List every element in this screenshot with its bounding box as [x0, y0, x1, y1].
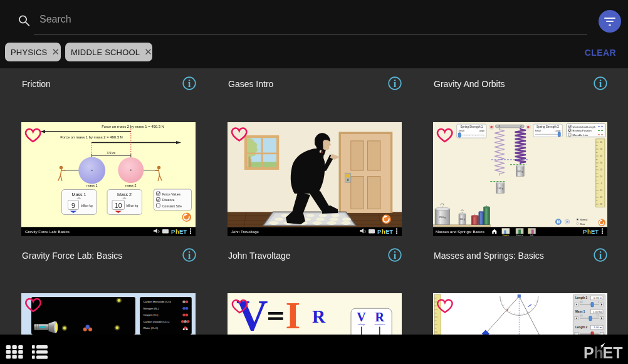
svg-text:voltage: voltage	[358, 323, 365, 325]
svg-text:100 g: 100 g	[459, 218, 465, 221]
svg-text:billion kg: billion kg	[81, 204, 93, 207]
svg-text:i: i	[188, 78, 191, 90]
svg-text:R: R	[312, 306, 326, 326]
svg-text:1.5: 1.5	[596, 314, 599, 316]
svg-text:Slow: Slow	[580, 222, 585, 225]
svg-text:Large: Large	[555, 129, 560, 132]
svg-text:1.00 m: 1.00 m	[594, 326, 602, 329]
svg-text:Normal: Normal	[580, 219, 587, 221]
svg-text:10: 10	[600, 189, 603, 192]
svg-text:billion kg: billion kg	[127, 204, 139, 207]
svg-text:Gravity Force Lab: Basics: Gravity Force Lab: Basics	[25, 229, 70, 234]
svg-text:R: R	[375, 310, 385, 324]
svg-text:Mass 1: Mass 1	[71, 192, 86, 197]
svg-text:30: 30	[600, 162, 603, 164]
svg-text:V: V	[357, 310, 366, 324]
svg-text:Small: Small	[535, 129, 541, 132]
svg-text:Mass 2: Mass 2	[117, 192, 132, 197]
svg-text:Nitrogen (N₂): Nitrogen (N₂)	[144, 306, 160, 309]
svg-text:Unstretched Length: Unstretched Length	[573, 125, 596, 128]
svg-text:Spring Strength 2: Spring Strength 2	[536, 125, 559, 128]
svg-text:100 g: 100 g	[498, 187, 504, 189]
svg-text:P: P	[377, 228, 382, 235]
svg-text:Bounce: Bounce	[516, 234, 523, 236]
svg-text:20: 20	[600, 196, 603, 199]
svg-text:i: i	[394, 78, 397, 90]
svg-text:Water (H₂O): Water (H₂O)	[144, 326, 159, 330]
svg-text:V: V	[236, 293, 268, 335]
svg-text:Resting Position: Resting Position	[573, 129, 592, 132]
svg-text:Mass 1: Mass 1	[575, 310, 585, 313]
svg-text:John Travoltage: John Travoltage	[231, 229, 259, 234]
svg-text:3.5 km: 3.5 km	[107, 151, 116, 154]
svg-text:Force Values: Force Values	[162, 192, 181, 195]
svg-text:P: P	[584, 344, 594, 361]
svg-text:ET: ET	[179, 228, 187, 235]
svg-text:Lab: Lab	[530, 234, 534, 236]
svg-text:i: i	[394, 249, 397, 261]
svg-text:i: i	[599, 78, 602, 90]
svg-text:10: 10	[115, 201, 122, 209]
svg-text:resistance: resistance	[375, 323, 385, 325]
svg-text:I: I	[286, 294, 301, 335]
svg-text:mass 2: mass 2	[125, 184, 136, 187]
svg-text:10: 10	[600, 175, 603, 178]
svg-text:P: P	[583, 228, 587, 235]
svg-text:Spring Strength 1: Spring Strength 1	[461, 125, 483, 128]
svg-text:9: 9	[71, 201, 75, 209]
svg-text:60: 60	[600, 141, 603, 143]
svg-text:mass 1: mass 1	[86, 184, 97, 187]
svg-text:Length 1: Length 1	[575, 296, 588, 299]
svg-text:Movable Line: Movable Line	[573, 133, 589, 136]
svg-text:Distance: Distance	[162, 198, 175, 202]
svg-text:Carbon Monoxide (CO): Carbon Monoxide (CO)	[144, 300, 172, 303]
svg-text:Stretch: Stretch	[502, 234, 509, 236]
svg-text:Oxygen (O₂): Oxygen (O₂)	[144, 313, 159, 316]
svg-text:250 g: 250 g	[439, 216, 447, 219]
svg-text:Length 2: Length 2	[575, 326, 588, 329]
svg-text:Large: Large	[479, 130, 484, 132]
svg-text:Force on mass 1 by mass 2 = 49: Force on mass 1 by mass 2 = 490.3 N	[60, 135, 123, 138]
svg-text:50: 50	[600, 148, 603, 150]
svg-text:i: i	[188, 249, 191, 261]
svg-text:0.1: 0.1	[580, 314, 584, 316]
svg-text:0.1: 0.1	[580, 300, 584, 303]
svg-text:ET: ET	[603, 344, 623, 361]
svg-text:P: P	[171, 228, 175, 235]
svg-text:ET: ET	[591, 228, 599, 235]
svg-text:40: 40	[600, 155, 603, 157]
svg-text:20: 20	[600, 169, 603, 171]
svg-text:Masses and Springs: Basics: Masses and Springs: Basics	[436, 229, 484, 234]
svg-text:Small: Small	[459, 130, 464, 132]
svg-text:0.70 m: 0.70 m	[594, 296, 602, 299]
svg-text:1.00 kg: 1.00 kg	[593, 310, 602, 313]
svg-text:30: 30	[600, 203, 603, 205]
svg-text:Force on mass 2 by mass 1 = 49: Force on mass 2 by mass 1 = 490.3 N	[102, 124, 164, 128]
svg-text:Constant Size: Constant Size	[162, 204, 182, 207]
svg-text:Carbon Dioxide (CO₂): Carbon Dioxide (CO₂)	[144, 320, 170, 323]
svg-text:i: i	[599, 249, 602, 261]
svg-text:100 g: 100 g	[517, 170, 523, 172]
svg-text:ET: ET	[385, 228, 393, 235]
